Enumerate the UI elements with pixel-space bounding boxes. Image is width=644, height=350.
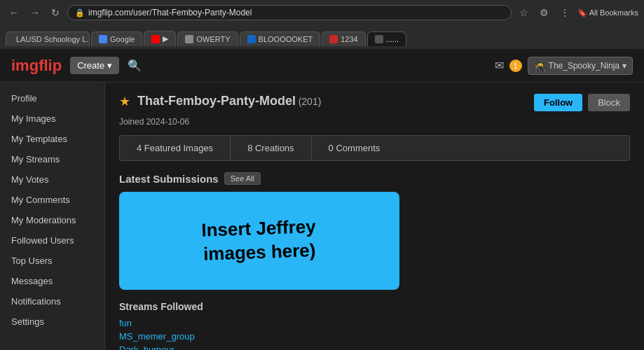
meme-image[interactable]: Insert Jeffreyimages here): [119, 192, 399, 290]
logo-img: img: [11, 57, 39, 74]
sidebar-item-my-votes[interactable]: My Votes: [0, 169, 104, 190]
search-button[interactable]: 🔍: [128, 59, 142, 72]
forward-button[interactable]: →: [27, 6, 43, 20]
stat-featured-images[interactable]: 4 Featured Images: [120, 136, 231, 160]
user-avatar-icon: 🥷: [534, 60, 546, 71]
block-button[interactable]: Block: [588, 94, 630, 111]
stats-bar: 4 Featured Images 8 Creations 0 Comments: [119, 135, 630, 161]
main-area: Profile My Images My Templates My Stream…: [0, 83, 644, 350]
site-header: imgflip Create ▾ 🔍 ✉ 1 🥷 The_Spooky_Ninj…: [0, 49, 644, 83]
sidebar-item-notifications[interactable]: Notifications: [0, 291, 104, 312]
tab-google[interactable]: Google: [91, 31, 142, 46]
tab-label-1234: 1234: [341, 35, 357, 43]
stream-link-dark-humour[interactable]: Dark_humour: [119, 344, 630, 350]
sidebar-item-top-users[interactable]: Top Users: [0, 251, 104, 271]
sidebar-item-my-images[interactable]: My Images: [0, 108, 104, 129]
tab-label-owerty: OWERTY: [196, 35, 230, 43]
more-options-button[interactable]: ⋮: [556, 6, 573, 20]
tab-owerty[interactable]: OWERTY: [177, 31, 238, 46]
follow-button[interactable]: Follow: [534, 94, 582, 111]
tab-label-dot: ......: [386, 35, 399, 43]
logo-flip: flip: [39, 57, 62, 74]
tab-active[interactable]: ......: [367, 31, 406, 46]
extensions-button[interactable]: ⚙: [536, 6, 552, 20]
profile-points: (201): [299, 96, 322, 107]
create-button[interactable]: Create ▾: [70, 57, 119, 74]
tab-favicon-num: [329, 35, 338, 43]
tab-favicon-google: [99, 35, 107, 43]
header-right: ✉ 1 🥷 The_Spooky_Ninja ▾: [495, 57, 633, 75]
address-bar[interactable]: 🔒 imgflip.com/user/That-Femboy-Panty-Mod…: [67, 5, 512, 20]
sidebar-item-settings[interactable]: Settings: [0, 312, 104, 332]
tab-favicon-owerty: [185, 35, 193, 43]
tab-lausd[interactable]: LAUSD Schoology L...: [6, 31, 90, 46]
follow-block-buttons: Follow Block: [534, 94, 630, 111]
tab-bloo[interactable]: BLOOOOOKET: [240, 31, 321, 46]
meme-container: Insert Jeffreyimages here): [119, 192, 630, 290]
browser-chrome: ← → ↻ 🔒 imgflip.com/user/That-Femboy-Pan…: [0, 0, 644, 49]
bookmark-icon: 🔖: [577, 8, 587, 18]
user-menu-chevron-icon: ▾: [622, 61, 626, 71]
all-bookmarks-button[interactable]: 🔖 All Bookmarks: [577, 8, 638, 18]
see-all-button[interactable]: See All: [224, 172, 261, 185]
browser-top-bar: ← → ↻ 🔒 imgflip.com/user/That-Femboy-Pan…: [0, 0, 644, 25]
username-label: The_Spooky_Ninja: [549, 61, 619, 71]
sidebar-item-my-streams[interactable]: My Streams: [0, 149, 104, 169]
messages-icon[interactable]: ✉: [495, 59, 504, 72]
sidebar-item-followed-users[interactable]: Followed Users: [0, 230, 104, 251]
meme-text: Insert Jeffreyimages here): [194, 208, 324, 274]
lock-icon: 🔒: [75, 8, 85, 18]
browser-tabs: LAUSD Schoology L... Google ▶ OWERTY BLO…: [0, 25, 644, 49]
sidebar-item-my-moderations[interactable]: My Moderations: [0, 210, 104, 230]
site-logo[interactable]: imgflip: [11, 57, 62, 75]
tab-favicon-dot: [375, 35, 383, 43]
bookmark-star-button[interactable]: ☆: [516, 6, 532, 20]
sidebar-item-messages[interactable]: Messages: [0, 271, 104, 291]
sidebar-item-profile[interactable]: Profile: [0, 88, 104, 108]
tab-favicon-bloo: [247, 35, 256, 43]
profile-header: ★ That-Femboy-Panty-Model (201) Follow B…: [119, 94, 630, 111]
stream-link-fun[interactable]: fun: [119, 318, 630, 328]
create-chevron-icon: ▾: [107, 60, 112, 71]
featured-star-icon: ★: [119, 94, 130, 109]
tab-label-lausd: LAUSD Schoology L...: [16, 35, 90, 43]
create-label: Create: [77, 60, 104, 71]
tab-label-bloo: BLOOOOOKET: [259, 35, 313, 43]
sidebar-item-my-comments[interactable]: My Comments: [0, 190, 104, 210]
user-menu-button[interactable]: 🥷 The_Spooky_Ninja ▾: [528, 57, 633, 75]
back-button[interactable]: ←: [6, 6, 22, 20]
sidebar: Profile My Images My Templates My Stream…: [0, 83, 105, 350]
latest-submissions-title: Latest Submissions: [119, 173, 219, 185]
sidebar-item-my-templates[interactable]: My Templates: [0, 129, 104, 149]
profile-username: That-Femboy-Panty-Model: [137, 94, 296, 108]
tab-1234[interactable]: 1234: [322, 31, 365, 46]
tab-favicon-youtube: [151, 35, 160, 43]
stream-link-ms-memer-group[interactable]: MS_memer_group: [119, 331, 630, 342]
profile-name-block: That-Femboy-Panty-Model (201): [137, 94, 321, 108]
tab-label-google: Google: [110, 35, 135, 43]
stat-creations[interactable]: 8 Creations: [231, 136, 311, 160]
content-area: ★ That-Femboy-Panty-Model (201) Follow B…: [105, 83, 644, 350]
streams-followed-title: Streams Followed: [119, 301, 630, 312]
address-url: imgflip.com/user/That-Femboy-Panty-Model: [88, 8, 252, 18]
notification-badge[interactable]: 1: [509, 59, 522, 72]
tab-youtube[interactable]: ▶: [144, 31, 176, 46]
latest-submissions-section: Latest Submissions See All: [119, 172, 630, 185]
joined-date: Joined 2024-10-06: [119, 117, 630, 127]
tab-label-youtube: ▶: [163, 34, 168, 43]
reload-button[interactable]: ↻: [48, 6, 63, 20]
stat-comments[interactable]: 0 Comments: [312, 136, 397, 160]
